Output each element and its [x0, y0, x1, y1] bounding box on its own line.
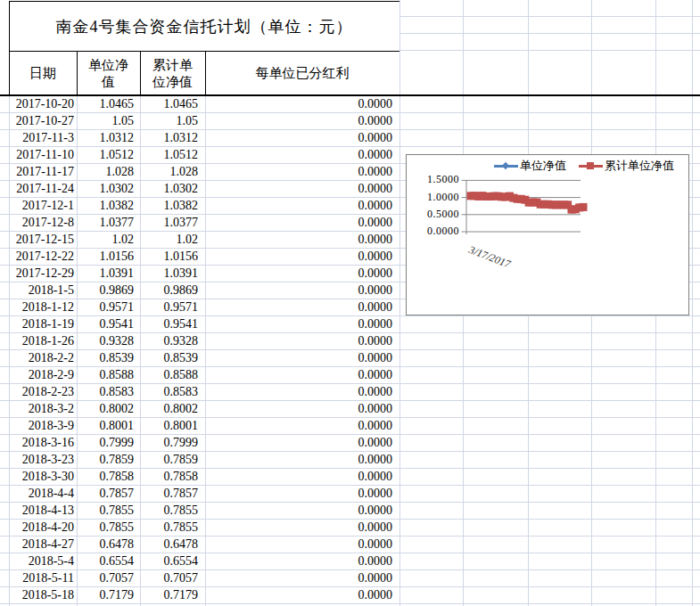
- cell-dividend[interactable]: 0.0000: [205, 383, 399, 400]
- cell-date[interactable]: 2018-1-26: [9, 332, 77, 349]
- cell-date[interactable]: 2018-4-13: [9, 502, 77, 519]
- chart[interactable]: 单位净值 累计单位净值 1.5000 1.0000 0.5000 0.0000 …: [406, 154, 689, 315]
- cell-dividend[interactable]: 0.0000: [205, 231, 399, 248]
- cell-nav[interactable]: 1.0156: [77, 248, 140, 265]
- cell-date[interactable]: 2017-11-24: [9, 180, 77, 197]
- cell-date[interactable]: 2017-11-10: [9, 146, 77, 163]
- cell-date[interactable]: 2017-11-17: [9, 163, 77, 180]
- cell-date[interactable]: 2018-5-18: [9, 586, 77, 603]
- cell-date[interactable]: 2018-3-30: [9, 468, 77, 485]
- cell-nav[interactable]: 0.9571: [77, 299, 140, 315]
- cell-cum-nav[interactable]: 0.9571: [140, 299, 205, 315]
- cell-nav[interactable]: 0.8002: [77, 400, 140, 417]
- cell-cum-nav[interactable]: 1.0377: [140, 214, 205, 231]
- cell-dividend[interactable]: 0.0000: [205, 502, 399, 519]
- cell-nav[interactable]: 0.8583: [77, 383, 140, 400]
- cell-nav[interactable]: 0.9869: [77, 282, 140, 299]
- cell-cum-nav[interactable]: 0.7057: [140, 569, 205, 586]
- cell-cum-nav[interactable]: 1.02: [140, 231, 205, 248]
- cell-dividend[interactable]: 0.0000: [205, 197, 399, 214]
- cell-date[interactable]: 2018-5-11: [9, 569, 77, 586]
- cell-date[interactable]: 2018-1-12: [9, 299, 77, 315]
- cell-cum-nav[interactable]: 0.9869: [140, 282, 205, 299]
- cell-date[interactable]: 2018-1-5: [9, 282, 77, 299]
- cell-cum-nav[interactable]: 0.8588: [140, 366, 205, 383]
- cell-cum-nav[interactable]: 0.7855: [140, 502, 205, 519]
- cell-date[interactable]: 2018-4-20: [9, 519, 77, 536]
- cell-nav[interactable]: 0.8539: [77, 349, 140, 366]
- cell-nav[interactable]: 0.6554: [77, 553, 140, 569]
- cell-cum-nav[interactable]: 0.7859: [140, 451, 205, 468]
- cell-cum-nav[interactable]: 1.05: [140, 112, 205, 129]
- sheet-title[interactable]: 南金4号集合资金信托计划（单位：元）: [9, 2, 399, 51]
- cell-cum-nav[interactable]: 0.8539: [140, 349, 205, 366]
- cell-nav[interactable]: 0.8001: [77, 417, 140, 434]
- cell-date[interactable]: 2018-3-9: [9, 417, 77, 434]
- cell-dividend[interactable]: 0.0000: [205, 299, 399, 315]
- cell-date[interactable]: 2017-12-15: [9, 231, 77, 248]
- cell-cum-nav[interactable]: 0.9328: [140, 332, 205, 349]
- cell-dividend[interactable]: 0.0000: [205, 282, 399, 299]
- cell-dividend[interactable]: 0.0000: [205, 265, 399, 282]
- cell-nav[interactable]: 1.02: [77, 231, 140, 248]
- cell-dividend[interactable]: 0.0000: [205, 485, 399, 502]
- cell-date[interactable]: 2017-11-3: [9, 129, 77, 146]
- column-header-date[interactable]: 日期: [9, 52, 77, 95]
- cell-cum-nav[interactable]: 0.7179: [140, 586, 205, 603]
- cell-date[interactable]: 2018-3-2: [9, 400, 77, 417]
- cell-nav[interactable]: 1.0512: [77, 146, 140, 163]
- legend-item-nav[interactable]: 单位净值: [494, 158, 566, 174]
- cell-nav[interactable]: 1.0391: [77, 265, 140, 282]
- cell-dividend[interactable]: 0.0000: [205, 553, 399, 569]
- cell-nav[interactable]: 0.9541: [77, 315, 140, 332]
- cell-cum-nav[interactable]: 0.6554: [140, 553, 205, 569]
- cell-nav[interactable]: 0.7179: [77, 586, 140, 603]
- cell-dividend[interactable]: 0.0000: [205, 180, 399, 197]
- cell-dividend[interactable]: 0.0000: [205, 146, 399, 163]
- cell-dividend[interactable]: 0.0000: [205, 349, 399, 366]
- cell-nav[interactable]: 0.7855: [77, 502, 140, 519]
- cell-dividend[interactable]: 0.0000: [205, 163, 399, 180]
- cell-date[interactable]: 2017-12-29: [9, 265, 77, 282]
- cell-dividend[interactable]: 0.0000: [205, 366, 399, 383]
- cell-nav[interactable]: 0.6478: [77, 536, 140, 553]
- cell-cum-nav[interactable]: 0.8001: [140, 417, 205, 434]
- cell-date[interactable]: 2018-2-9: [9, 366, 77, 383]
- cell-dividend[interactable]: 0.0000: [205, 400, 399, 417]
- cell-dividend[interactable]: 0.0000: [205, 315, 399, 332]
- cell-dividend[interactable]: 0.0000: [205, 451, 399, 468]
- cell-dividend[interactable]: 0.0000: [205, 95, 399, 112]
- cell-date[interactable]: 2018-3-23: [9, 451, 77, 468]
- cell-date[interactable]: 2017-12-22: [9, 248, 77, 265]
- cell-date[interactable]: 2018-5-4: [9, 553, 77, 569]
- cell-dividend[interactable]: 0.0000: [205, 586, 399, 603]
- cell-date[interactable]: 2018-4-27: [9, 536, 77, 553]
- cell-nav[interactable]: 0.7857: [77, 485, 140, 502]
- cell-nav[interactable]: 1.0377: [77, 214, 140, 231]
- cell-dividend[interactable]: 0.0000: [205, 417, 399, 434]
- cell-cum-nav[interactable]: 0.8583: [140, 383, 205, 400]
- cell-dividend[interactable]: 0.0000: [205, 536, 399, 553]
- cell-dividend[interactable]: 0.0000: [205, 519, 399, 536]
- cell-nav[interactable]: 1.0465: [77, 95, 140, 112]
- cell-dividend[interactable]: 0.0000: [205, 214, 399, 231]
- cell-cum-nav[interactable]: 1.0312: [140, 129, 205, 146]
- cell-cum-nav[interactable]: 0.7857: [140, 485, 205, 502]
- legend-item-cum-nav[interactable]: 累计单位净值: [579, 158, 674, 174]
- cell-cum-nav[interactable]: 1.0391: [140, 265, 205, 282]
- cell-nav[interactable]: 0.8588: [77, 366, 140, 383]
- cell-nav[interactable]: 1.0382: [77, 197, 140, 214]
- cell-nav[interactable]: 1.0312: [77, 129, 140, 146]
- cell-cum-nav[interactable]: 0.6478: [140, 536, 205, 553]
- column-header-dividend[interactable]: 每单位已分红利: [205, 52, 399, 95]
- cell-date[interactable]: 2018-4-4: [9, 485, 77, 502]
- cell-dividend[interactable]: 0.0000: [205, 434, 399, 451]
- cell-nav[interactable]: 0.9328: [77, 332, 140, 349]
- cell-date[interactable]: 2018-1-19: [9, 315, 77, 332]
- cell-cum-nav[interactable]: 1.0302: [140, 180, 205, 197]
- cell-nav[interactable]: 0.7999: [77, 434, 140, 451]
- column-header-cum-nav[interactable]: 累计单位净值: [140, 52, 205, 95]
- cell-nav[interactable]: 0.7859: [77, 451, 140, 468]
- cell-dividend[interactable]: 0.0000: [205, 468, 399, 485]
- cell-nav[interactable]: 1.0302: [77, 180, 140, 197]
